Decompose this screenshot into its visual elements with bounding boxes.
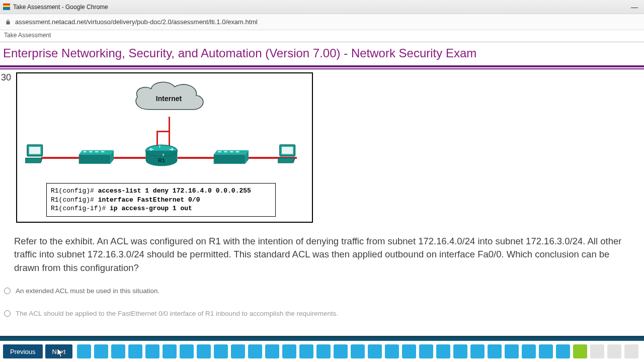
question-nav-box[interactable] <box>248 344 262 358</box>
question-nav-box[interactable] <box>128 344 142 358</box>
svg-rect-4 <box>79 154 110 164</box>
cloud-label: Internet <box>127 79 210 118</box>
svg-rect-21 <box>278 158 295 163</box>
cfg-cmd: ip access-group 1 out <box>110 205 192 212</box>
url-text[interactable]: assessment.netacad.net/virtuoso/delivery… <box>15 18 639 26</box>
question-nav-box[interactable] <box>351 344 365 358</box>
question-nav-box[interactable] <box>111 344 125 358</box>
answer-option[interactable]: An extended ACL must be used in this sit… <box>4 287 643 295</box>
exam-title: Enterprise Networking, Security, and Aut… <box>3 46 644 60</box>
question-nav-box[interactable] <box>556 344 570 358</box>
previous-button[interactable]: Previous <box>3 344 43 358</box>
cfg-prompt: R1(config-if)# <box>51 205 110 212</box>
answer-option[interactable]: The ACL should be applied to the FastEth… <box>4 310 643 317</box>
question-nav-box[interactable] <box>539 344 553 358</box>
question-nav-box[interactable] <box>214 344 228 358</box>
svg-rect-18 <box>236 151 239 152</box>
question-nav-box[interactable] <box>231 344 245 358</box>
link-line <box>156 131 170 132</box>
question-nav-box[interactable] <box>299 344 313 358</box>
switch-icon <box>210 149 249 169</box>
svg-rect-20 <box>282 147 293 154</box>
next-button[interactable]: Next <box>45 344 73 358</box>
answer-radio[interactable] <box>4 310 11 317</box>
link-line <box>169 117 170 148</box>
page-tab-strip: Take Assessment <box>0 30 644 42</box>
question-nav-box[interactable] <box>77 344 91 358</box>
question-nav-box[interactable] <box>419 344 433 358</box>
question-nav-box[interactable] <box>573 344 587 358</box>
pc-icon <box>278 143 302 167</box>
question-nav-box[interactable] <box>607 344 621 358</box>
question-nav-box[interactable] <box>488 344 502 358</box>
answer-list: An extended ACL must be used in this sit… <box>4 287 643 317</box>
question-nav-box[interactable] <box>265 344 279 358</box>
cfg-cmd: interface FastEthernet 0/0 <box>98 196 200 204</box>
question-nav-box[interactable] <box>470 344 485 358</box>
svg-rect-2 <box>25 158 42 163</box>
url-bar: assessment.netacad.net/virtuoso/delivery… <box>0 14 644 30</box>
question-nav-box[interactable] <box>282 344 296 358</box>
answer-radio[interactable] <box>4 288 11 294</box>
question-nav-box[interactable] <box>180 344 194 358</box>
cfg-prompt: R1(config)# <box>51 196 98 204</box>
question-nav-box[interactable] <box>94 344 108 358</box>
window-minimize-button[interactable]: — <box>631 3 638 11</box>
question-text: Refer to the exhibit. An ACL was configu… <box>14 235 630 275</box>
page-tab[interactable]: Take Assessment <box>0 30 57 39</box>
divider <box>0 65 644 67</box>
router-label: R1 <box>144 157 179 163</box>
question-nav-box[interactable] <box>436 344 450 358</box>
question-nav-box[interactable] <box>385 344 399 358</box>
switch-icon <box>75 149 114 169</box>
window-title-bar: Take Assessment - Google Chrome — <box>0 0 644 14</box>
bottom-nav: Previous Next <box>0 336 644 362</box>
question-nav-box[interactable] <box>163 344 177 358</box>
question-nav-box[interactable] <box>334 344 348 358</box>
question-nav-box[interactable] <box>316 344 331 358</box>
cloud-icon: Internet <box>127 79 210 120</box>
question-nav-box[interactable] <box>402 344 416 358</box>
question-nav-box[interactable] <box>624 344 638 358</box>
config-text: R1(config)# access-list 1 deny 172.16.4.… <box>46 183 276 217</box>
question-nav-box[interactable] <box>590 344 604 358</box>
lock-icon <box>5 19 11 25</box>
svg-rect-15 <box>218 151 221 152</box>
svg-rect-6 <box>83 151 87 152</box>
answer-text: The ACL should be applied to the FastEth… <box>16 310 338 317</box>
pc-icon <box>25 143 49 167</box>
question-area: 30 Internet <box>0 69 644 317</box>
svg-rect-17 <box>230 151 233 152</box>
cfg-cmd: access-list 1 deny 172.16.4.0 0.0.0.255 <box>98 187 251 195</box>
cfg-prompt: R1(config)# <box>51 187 98 195</box>
exhibit-image: Internet R1 <box>16 72 313 223</box>
svg-rect-16 <box>224 151 227 152</box>
question-nav-box[interactable] <box>368 344 382 358</box>
svg-rect-13 <box>214 154 245 164</box>
question-nav-box[interactable] <box>145 344 159 358</box>
question-nav-box[interactable] <box>505 344 519 358</box>
favicon-icon <box>3 4 10 11</box>
svg-rect-9 <box>101 151 105 152</box>
question-nav-box[interactable] <box>522 344 536 358</box>
question-number: 30 <box>1 72 11 83</box>
question-nav-box[interactable] <box>453 344 467 358</box>
svg-rect-1 <box>29 147 40 154</box>
router-icon: R1 <box>144 144 179 171</box>
question-nav-box[interactable] <box>197 344 211 358</box>
window-title: Take Assessment - Google Chrome <box>13 4 108 11</box>
svg-rect-8 <box>95 151 99 152</box>
svg-rect-7 <box>89 151 93 152</box>
answer-text: An extended ACL must be used in this sit… <box>16 287 159 295</box>
